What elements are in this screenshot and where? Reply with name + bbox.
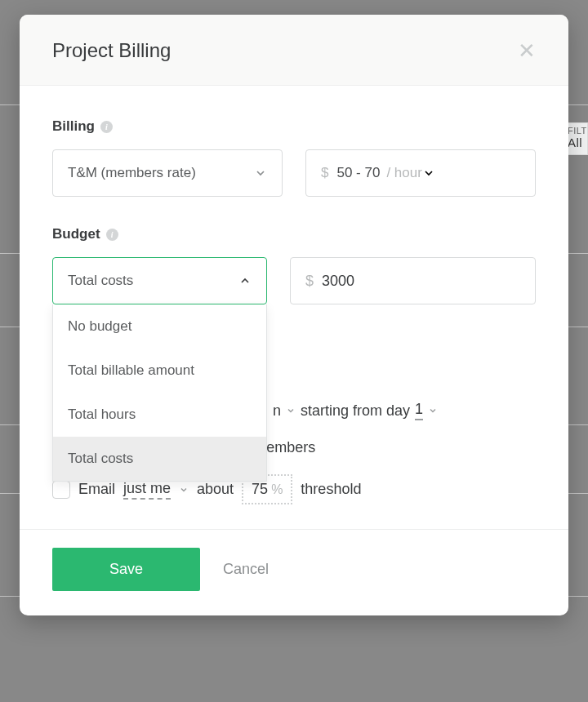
email-who-select[interactable]: just me bbox=[123, 480, 171, 500]
chevron-down-icon[interactable] bbox=[179, 485, 189, 495]
currency-symbol: $ bbox=[321, 165, 328, 181]
billing-type-value: T&M (members rate) bbox=[68, 165, 196, 181]
chevron-down-icon[interactable] bbox=[286, 406, 296, 415]
chevron-down-icon bbox=[254, 167, 267, 180]
email-threshold-checkbox[interactable] bbox=[52, 481, 70, 499]
budget-amount-input[interactable] bbox=[322, 273, 520, 290]
threshold-label: threshold bbox=[301, 481, 361, 498]
modal-footer: Save Cancel bbox=[20, 529, 568, 615]
billing-rate-select[interactable]: $ 50 - 70 / hour bbox=[305, 149, 536, 197]
reset-fragment: n bbox=[273, 402, 281, 420]
modal-body: Billing i T&M (members rate) $ 50 - 70 /… bbox=[20, 86, 568, 529]
cancel-button[interactable]: Cancel bbox=[223, 561, 269, 578]
bg-filter-value: All bbox=[568, 136, 586, 149]
billing-rate-value: 50 - 70 bbox=[336, 165, 380, 181]
reset-starting-text: starting from day bbox=[301, 402, 410, 420]
modal-header: Project Billing ✕ bbox=[20, 15, 568, 86]
billing-type-select[interactable]: T&M (members rate) bbox=[52, 149, 283, 197]
reset-day-value[interactable]: 1 bbox=[415, 401, 423, 420]
budget-option-total-billable[interactable]: Total billable amount bbox=[53, 349, 266, 393]
chevron-down-icon[interactable] bbox=[428, 406, 438, 415]
bg-filter-chip: FILT All bbox=[565, 122, 588, 155]
budget-amount-field[interactable]: $ bbox=[290, 257, 536, 304]
budget-type-select[interactable]: Total costs bbox=[52, 257, 267, 304]
modal-title: Project Billing bbox=[52, 39, 171, 62]
bg-filter-label: FILT bbox=[568, 126, 586, 136]
budget-section-label: Budget i bbox=[52, 226, 536, 242]
budget-option-no-budget[interactable]: No budget bbox=[53, 304, 266, 349]
billing-rate-unit: / hour bbox=[386, 165, 421, 181]
budget-type-value: Total costs bbox=[68, 273, 133, 289]
billing-section-label: Billing i bbox=[52, 118, 536, 135]
close-icon[interactable]: ✕ bbox=[518, 40, 536, 61]
budget-type-dropdown: No budget Total billable amount Total ho… bbox=[52, 304, 267, 482]
currency-symbol: $ bbox=[305, 273, 314, 290]
email-about-text: about bbox=[197, 481, 234, 498]
budget-option-total-hours[interactable]: Total hours bbox=[53, 393, 266, 437]
chevron-down-icon bbox=[422, 167, 435, 180]
threshold-value: 75 bbox=[252, 481, 268, 498]
project-billing-modal: Project Billing ✕ Billing i T&M (members… bbox=[20, 15, 568, 615]
save-button[interactable]: Save bbox=[52, 548, 200, 591]
budget-option-total-costs[interactable]: Total costs bbox=[53, 437, 266, 481]
email-label-prefix: Email bbox=[78, 481, 115, 498]
budget-label-text: Budget bbox=[52, 226, 100, 242]
info-icon[interactable]: i bbox=[100, 121, 113, 133]
info-icon[interactable]: i bbox=[106, 229, 118, 241]
chevron-up-icon bbox=[238, 274, 252, 287]
billing-label-text: Billing bbox=[52, 118, 95, 135]
threshold-unit: % bbox=[271, 482, 283, 497]
